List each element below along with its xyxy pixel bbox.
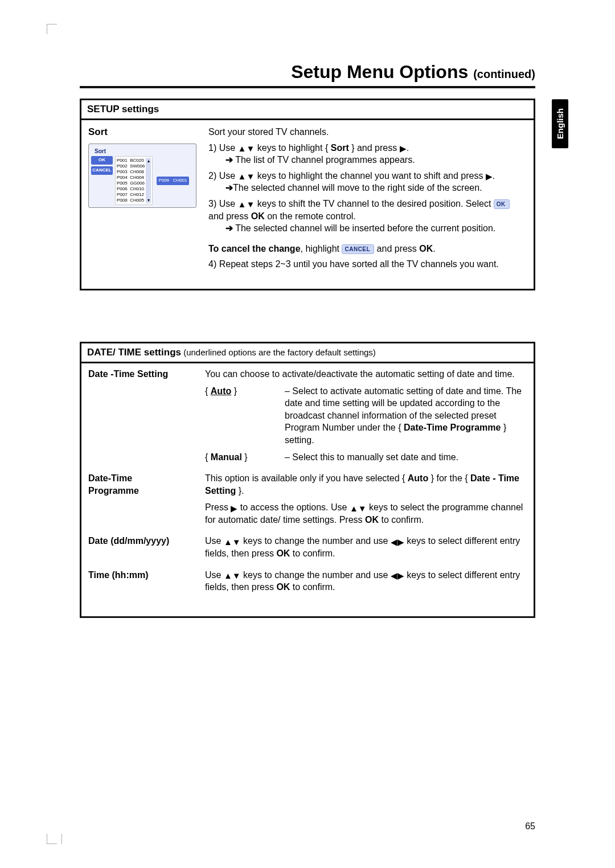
osd-channel-list: P001 BC020 P002 SW006 P003 CH008 P004 CH… [115,156,153,205]
dt-heading-main: DATE/ TIME settings [87,347,181,358]
txt: . [433,244,435,253]
sort-step-2: 2) Use ▲▼ keys to highlight the channel … [208,170,527,194]
txt: . [407,143,409,153]
txt: to confirm. [290,548,335,558]
opt-auto-val: – Select to activate automatic setting o… [285,385,527,447]
txt: , highlight [301,244,342,253]
txt: OK [251,211,265,221]
osd-ch: P007 CH012 [117,192,145,198]
right-icon: ▶ [486,172,493,181]
dt-row1-desc: You can choose to activate/deactivate th… [205,368,527,380]
txt: to confirm. [290,582,335,592]
txt: Programme [88,486,139,496]
datetime-settings-box: DATE/ TIME settings (underlined options … [80,342,535,618]
osd-ch: P002 SW006 [117,163,145,169]
dt-row2-desc: This option is available only if you hav… [205,472,527,497]
osd-ch: P004 CH004 [117,175,145,181]
txt: OK [276,548,290,558]
osd-ch: P005 GG006 [117,181,145,186]
sort-item-title: Sort [88,126,205,139]
opt-manual-val: – Select this to manually set date and t… [285,451,527,464]
txt: . [493,171,495,181]
dt-row-programme: Date-Time Programme This option is avail… [81,468,534,530]
txt: Auto [408,473,428,483]
opt-auto-key: { Auto } [205,385,285,447]
setup-left-col: Sort Sort OK CANCEL P001 BC020 P002 SW00… [88,126,205,274]
osd-ch: P008 CH005 [117,198,145,203]
title-continued: (continued) [473,68,535,80]
osd-cancel-button: CANCEL [91,166,113,175]
up-down-icon: ▲▼ [238,144,255,153]
txt: Use [205,536,224,546]
sort-cancel-note: To cancel the change, highlight CANCEL a… [208,243,527,255]
title-main: Setup Menu Options [291,62,468,82]
ok-pill-icon: OK [494,199,510,210]
osd-ch: P001 BC020 [117,158,145,163]
setup-box-heading: SETUP settings [81,100,534,120]
dt-heading-sub: (underlined options are the factory defa… [181,347,376,357]
osd-ok-button: OK [91,156,113,165]
page-area: Setup Menu Options (continued) English S… [80,62,535,811]
page-number: 65 [525,821,535,832]
txt: The selected channel will be inserted be… [233,223,495,233]
language-tab: English [552,99,568,148]
osd-scrollbar: ▲▼ [146,158,151,203]
txt: OK [276,582,290,592]
dt-row-date: Date (dd/mm/yyyy) Use ▲▼ keys to change … [81,530,534,564]
txt: 2) Use [208,171,238,181]
txt: on the remote control. [265,211,356,221]
dt-row-time: Time (hh:mm) Use ▲▼ keys to change the n… [81,564,534,616]
sort-step-1: 1) Use ▲▼ keys to highlight { Sort } and… [208,142,527,166]
left-right-icon: ◀▶ [391,571,404,580]
dt-row-title: Date (dd/mm/yyyy) [88,535,205,559]
txt: and press [374,244,419,253]
txt: Date-Time Programme [404,423,501,432]
txt: keys to change the number and use [241,536,391,546]
txt: } for the { [428,473,470,483]
crop-mark-mid [62,834,62,844]
osd-ch: P006 CH010 [117,186,145,192]
dt-row-title: Date-Time Programme [88,472,205,526]
dt-row2-p2: Press ▶ to access the options. Use ▲▼ ke… [205,501,527,526]
sort-intro: Sort your stored TV channels. [208,126,527,138]
page-title: Setup Menu Options (continued) [80,62,535,88]
txt: and press [208,211,251,221]
txt: to confirm. [379,515,424,525]
txt: 3) Use [208,199,238,208]
result-arrow-icon [226,155,233,165]
dt-box-heading: DATE/ TIME settings (underlined options … [81,343,534,363]
sort-step-4: 4) Repeat steps 2~3 until you have sorte… [208,258,527,271]
scroll-down-icon: ▼ [146,198,150,203]
up-down-icon: ▲▼ [238,200,255,208]
txt: This option is available only if you hav… [205,473,408,483]
setup-right-col: Sort your stored TV channels. 1) Use ▲▼ … [205,126,527,274]
txt: To cancel the change [208,244,301,253]
osd-selected-channel: P009 CH001 [157,177,188,185]
right-icon: ▶ [231,504,237,513]
dt-row-setting: Date -Time Setting You can choose to act… [81,363,534,468]
txt: Press [205,502,231,512]
sort-step-3: 3) Use ▲▼ keys to shift the TV channel t… [208,198,527,235]
scroll-up-icon: ▲ [146,158,150,163]
txt: Sort [331,143,349,153]
crop-mark-tl [47,24,57,34]
dt-row-title: Time (hh:mm) [88,569,205,593]
up-down-icon: ▲▼ [350,504,367,513]
up-down-icon: ▲▼ [224,571,241,580]
up-down-icon: ▲▼ [238,172,255,181]
osd-ch: P003 CH008 [117,169,145,175]
result-arrow-icon [226,183,233,193]
txt: keys to highlight the channel you want t… [255,171,486,181]
dt-row4-desc: Use ▲▼ keys to change the number and use… [205,569,527,593]
txt: The list of TV channel programmes appear… [233,155,415,165]
txt: OK [365,515,379,525]
txt: keys to highlight { [255,143,330,153]
right-icon: ▶ [400,144,407,153]
txt: OK [419,244,433,253]
txt: }. [236,486,244,496]
cancel-pill-icon: CANCEL [342,244,374,255]
osd-title: Sort [91,146,194,157]
txt: keys to change the number and use [241,570,391,580]
txt: to access the options. Use [237,502,350,512]
result-arrow-icon [226,223,233,233]
